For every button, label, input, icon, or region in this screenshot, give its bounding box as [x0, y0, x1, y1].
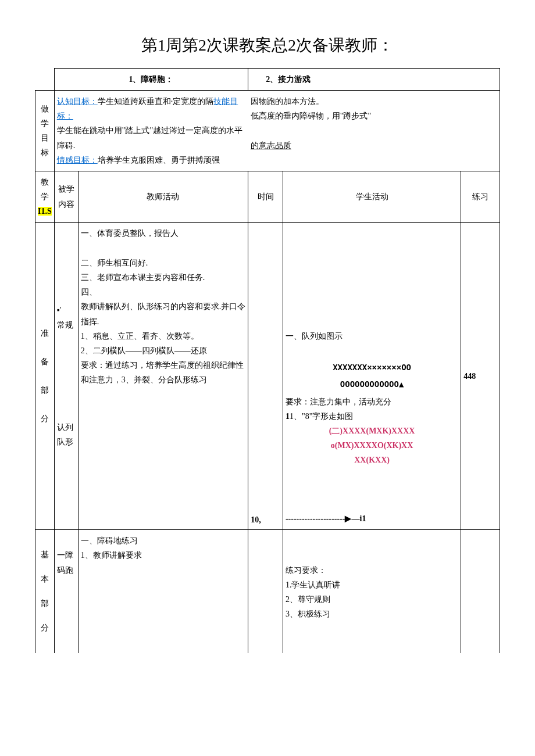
goals-right: 因物跑的加本方法。 低高度的垂内障碍物，用"蹲步式" 的意志品质: [248, 90, 500, 171]
goals-left: 认知目标：学生知道跨跃垂直和·定宽度的隔技能目标： 学生能在跳动中用"踏上式"越…: [54, 90, 248, 171]
header-student: 学生活动: [283, 171, 461, 223]
prep-stage: 准 备 部 分: [35, 223, 55, 530]
basic-teacher: 一、障碍地练习 1、教师讲解要求: [78, 530, 248, 654]
basic-time: [248, 530, 283, 654]
header-practice: 练习: [461, 171, 500, 223]
page-title: 第1周第2次课教案总2次备课教师：: [35, 34, 500, 56]
goals-label: 做学目标: [35, 90, 55, 171]
basic-stage: 基 本 部 分: [35, 530, 55, 654]
prep-practice: 448: [461, 223, 500, 530]
prep-teacher: 一、体育委员整队，报告人 二、师生相互问好. 三、老师宣布本课主要内容和任务. …: [78, 223, 248, 530]
basic-student: 练习要求： 1.学生认真听讲 2、尊守规则 3、枳极练习: [283, 530, 461, 654]
prep-time: 10,: [248, 223, 283, 530]
header-stage: 教学 I1.S: [35, 171, 55, 223]
basic-practice: [461, 530, 500, 654]
prep-content: ▪' 常规 认列队形: [54, 223, 78, 530]
lesson-plan-table: 1、障碍胞： 2、接力游戏 做学目标 认知目标：学生知道跨跃垂直和·定宽度的隔技…: [35, 68, 500, 653]
topic-2: 2、接力游戏: [248, 68, 500, 90]
header-teacher: 教师活动: [78, 171, 248, 223]
prep-student: 一、队列如图示 XXXXXXX×××××××OO OOOOOOOOOOOO▲ 要…: [283, 223, 461, 530]
header-time: 时间: [248, 171, 283, 223]
basic-content: 一障码跑: [54, 530, 78, 654]
header-content: 被学内容: [54, 171, 78, 223]
topic-1: 1、障碍胞：: [54, 68, 248, 90]
